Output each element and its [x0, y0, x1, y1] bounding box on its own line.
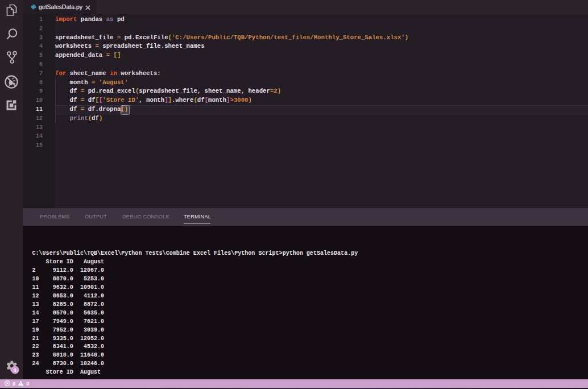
- svg-text:1: 1: [14, 367, 17, 373]
